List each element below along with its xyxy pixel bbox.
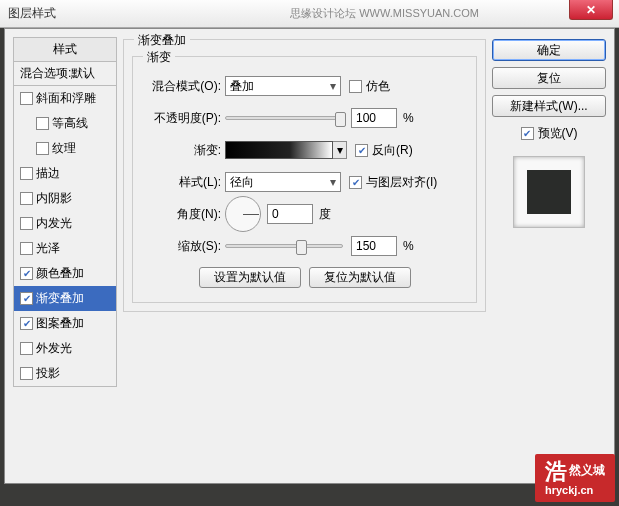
window-title: 图层样式 (8, 5, 56, 22)
style-item[interactable]: ✔渐变叠加 (14, 286, 116, 311)
scale-label: 缩放(S): (143, 238, 225, 255)
styles-panel: 样式 混合选项:默认 斜面和浮雕等高线纹理描边内阴影内发光光泽✔颜色叠加✔渐变叠… (13, 37, 117, 475)
ok-button[interactable]: 确定 (492, 39, 606, 61)
checkbox-icon (20, 167, 33, 180)
checkbox-icon: ✔ (20, 317, 33, 330)
scale-slider[interactable] (225, 244, 343, 248)
checkbox-icon: ✔ (20, 267, 33, 280)
style-select[interactable]: 径向 (225, 172, 341, 192)
style-item[interactable]: 纹理 (14, 136, 116, 161)
checkbox-icon (36, 142, 49, 155)
opacity-slider[interactable] (225, 116, 343, 120)
reset-default-button[interactable]: 复位为默认值 (309, 267, 411, 288)
style-item-label: 内发光 (36, 215, 72, 232)
style-item-label: 等高线 (52, 115, 88, 132)
gradient-group: 渐变 混合模式(O): 叠加 仿色 不透明度(P): 100 % 渐变: ▾ ✔ (132, 56, 477, 303)
checkbox-icon: ✔ (20, 292, 33, 305)
reverse-checkbox[interactable]: ✔反向(R) (355, 142, 413, 159)
checkbox-icon (20, 367, 33, 380)
style-item[interactable]: 外发光 (14, 336, 116, 361)
style-item-label: 内阴影 (36, 190, 72, 207)
settings-panel: 渐变叠加 渐变 混合模式(O): 叠加 仿色 不透明度(P): 100 % 渐变… (123, 37, 486, 475)
window-subtitle: 思缘设计论坛 WWW.MISSYUAN.COM (290, 6, 479, 21)
style-item[interactable]: ✔颜色叠加 (14, 261, 116, 286)
checkbox-icon: ✔ (521, 127, 534, 140)
checkbox-icon (20, 242, 33, 255)
align-checkbox[interactable]: ✔与图层对齐(I) (349, 174, 437, 191)
preview-checkbox[interactable]: ✔预览(V) (492, 125, 606, 142)
opacity-label: 不透明度(P): (143, 110, 225, 127)
style-item[interactable]: 内发光 (14, 211, 116, 236)
style-item[interactable]: 投影 (14, 361, 116, 386)
inner-group-title: 渐变 (143, 49, 175, 66)
style-item-label: 投影 (36, 365, 60, 382)
group-title: 渐变叠加 (134, 32, 190, 49)
style-item-label: 外发光 (36, 340, 72, 357)
close-icon: ✕ (586, 3, 596, 17)
style-item[interactable]: ✔图案叠加 (14, 311, 116, 336)
styles-header[interactable]: 样式 (13, 37, 117, 62)
style-item[interactable]: 等高线 (14, 111, 116, 136)
style-item-label: 颜色叠加 (36, 265, 84, 282)
checkbox-icon (349, 80, 362, 93)
scale-input[interactable]: 150 (351, 236, 397, 256)
checkbox-icon (20, 192, 33, 205)
angle-unit: 度 (319, 206, 331, 223)
checkbox-icon (36, 117, 49, 130)
style-item[interactable]: 光泽 (14, 236, 116, 261)
style-item-label: 斜面和浮雕 (36, 90, 96, 107)
style-item-label: 渐变叠加 (36, 290, 84, 307)
preview-box (513, 156, 585, 228)
style-item-label: 光泽 (36, 240, 60, 257)
style-item[interactable]: 描边 (14, 161, 116, 186)
watermark: 浩 然义城 hryckj.cn (535, 454, 615, 502)
style-list: 斜面和浮雕等高线纹理描边内阴影内发光光泽✔颜色叠加✔渐变叠加✔图案叠加外发光投影 (13, 86, 117, 387)
checkbox-icon: ✔ (355, 144, 368, 157)
angle-dial[interactable] (225, 196, 261, 232)
checkbox-icon (20, 92, 33, 105)
dither-checkbox[interactable]: 仿色 (349, 78, 390, 95)
chevron-down-icon: ▾ (337, 143, 343, 157)
style-label: 样式(L): (143, 174, 225, 191)
style-item[interactable]: 内阴影 (14, 186, 116, 211)
checkbox-icon: ✔ (349, 176, 362, 189)
titlebar: 图层样式 思缘设计论坛 WWW.MISSYUAN.COM ✕ (0, 0, 619, 28)
style-item-label: 图案叠加 (36, 315, 84, 332)
angle-input[interactable]: 0 (267, 204, 313, 224)
gradient-label: 渐变: (143, 142, 225, 159)
gradient-dropdown[interactable]: ▾ (333, 141, 347, 159)
style-item-label: 描边 (36, 165, 60, 182)
checkbox-icon (20, 342, 33, 355)
angle-label: 角度(N): (143, 206, 225, 223)
percent-label: % (403, 239, 414, 253)
checkbox-icon (20, 217, 33, 230)
set-default-button[interactable]: 设置为默认值 (199, 267, 301, 288)
opacity-input[interactable]: 100 (351, 108, 397, 128)
percent-label: % (403, 111, 414, 125)
new-style-button[interactable]: 新建样式(W)... (492, 95, 606, 117)
blend-mode-select[interactable]: 叠加 (225, 76, 341, 96)
gradient-overlay-group: 渐变叠加 渐变 混合模式(O): 叠加 仿色 不透明度(P): 100 % 渐变… (123, 39, 486, 312)
reset-button[interactable]: 复位 (492, 67, 606, 89)
preview-image (527, 170, 571, 214)
close-button[interactable]: ✕ (569, 0, 613, 20)
blend-options-row[interactable]: 混合选项:默认 (13, 62, 117, 86)
style-item-label: 纹理 (52, 140, 76, 157)
gradient-picker[interactable] (225, 141, 333, 159)
style-item[interactable]: 斜面和浮雕 (14, 86, 116, 111)
dialog-body: 样式 混合选项:默认 斜面和浮雕等高线纹理描边内阴影内发光光泽✔颜色叠加✔渐变叠… (4, 28, 615, 484)
action-panel: 确定 复位 新建样式(W)... ✔预览(V) (492, 37, 606, 475)
blend-mode-label: 混合模式(O): (143, 78, 225, 95)
